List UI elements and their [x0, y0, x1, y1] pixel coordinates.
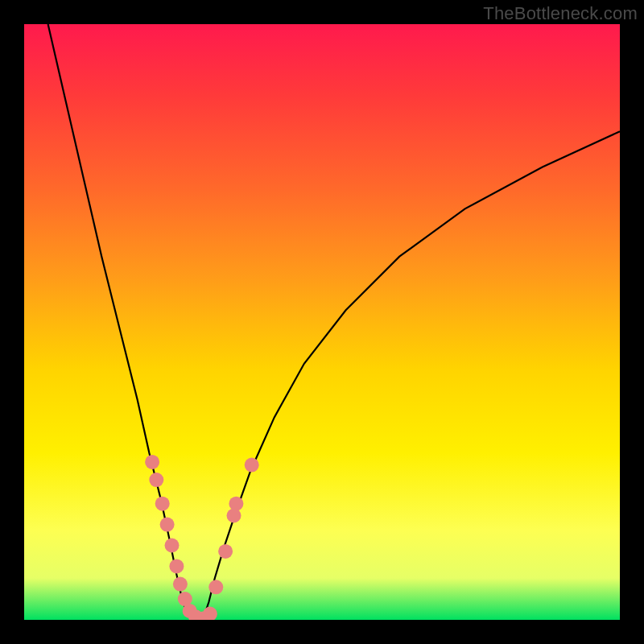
data-marker: [155, 497, 170, 511]
chart-svg: [24, 24, 620, 620]
plot-area: [24, 24, 620, 620]
data-markers: [145, 455, 259, 620]
data-marker: [145, 455, 159, 469]
data-marker: [173, 577, 188, 592]
chart-frame: TheBottleneck.com: [0, 0, 644, 644]
data-marker: [245, 458, 259, 473]
data-marker: [169, 559, 184, 573]
data-marker: [208, 580, 223, 594]
watermark-text: TheBottleneck.com: [483, 3, 638, 24]
data-marker: [203, 607, 217, 620]
data-marker: [160, 518, 175, 532]
data-marker: [165, 539, 180, 553]
curve-right: [203, 131, 620, 620]
data-marker: [218, 544, 233, 559]
data-marker: [149, 473, 163, 487]
data-marker: [229, 497, 243, 511]
